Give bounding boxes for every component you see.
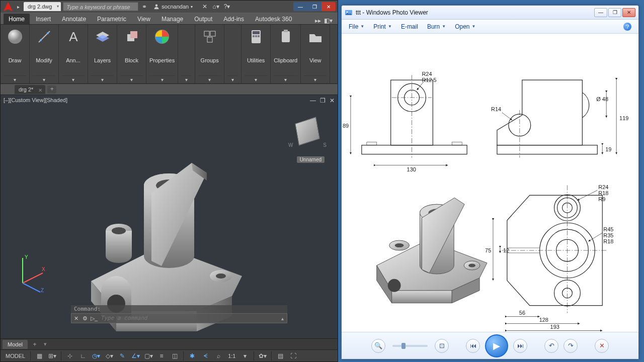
new-doc-tab-button[interactable]: + [47, 85, 56, 94]
wpv-next-button[interactable]: ⏭ [513, 339, 527, 353]
ribbon-tab-annotate[interactable]: Annotate [57, 14, 91, 24]
layout-add-button[interactable]: + [31, 341, 39, 348]
vp-restore-icon[interactable]: ❐ [320, 97, 326, 104]
document-tab[interactable]: drg 2* ✕ [15, 85, 45, 94]
panel-view[interactable]: View ▾ [301, 25, 330, 83]
ribbon-tab-insert[interactable]: Insert [31, 14, 56, 24]
wpv-menu-email[interactable]: E-mail [401, 23, 418, 30]
wpv-rotate-cw-button[interactable]: ↷ [564, 339, 578, 353]
ribbon-tab-a360[interactable]: Autodesk 360 [250, 14, 297, 24]
svg-rect-7 [130, 31, 137, 38]
navbar-unnamed-badge[interactable]: Unnamed [297, 156, 325, 163]
polar-toggle[interactable]: ◷▾ [91, 351, 102, 361]
wpv-minimize-button[interactable]: — [594, 8, 607, 17]
wpv-menu-burn[interactable]: Burn▼ [427, 23, 446, 30]
maximize-button[interactable]: ❐ [307, 2, 321, 11]
ribbon-tab-parametric[interactable]: Parametric [92, 14, 131, 24]
panel-layers[interactable]: Layers ▾ [88, 25, 117, 83]
viewport-window-controls: — ❐ ✕ [310, 97, 335, 104]
wpv-menubar: File▼ Print▼ E-mail Burn▼ Open▼ ? [342, 20, 638, 34]
lwt-toggle[interactable]: ≡ [156, 351, 167, 361]
help-icon[interactable]: ?▾ [223, 3, 231, 10]
cmd-close-icon[interactable]: ✕ [71, 315, 80, 322]
panel-groups[interactable]: Groups ▾ [195, 25, 224, 83]
ribbon-tab-addins[interactable]: Add-ins [218, 14, 249, 24]
svg-text:R24: R24 [598, 184, 608, 190]
wpv-help-icon[interactable]: ? [623, 23, 631, 31]
signin-menu[interactable]: socnandan ▾ [150, 2, 196, 11]
qat-dropdown-icon[interactable]: ▸ [15, 3, 22, 10]
transparency-toggle[interactable]: ◫ [169, 351, 180, 361]
close-button[interactable]: ✕ [321, 2, 336, 11]
grid-toggle[interactable]: ▦ [34, 351, 45, 361]
panel-utilities[interactable]: Utilities ▾ [242, 25, 271, 83]
viewcube-face[interactable] [295, 117, 320, 145]
vp-minimize-icon[interactable]: — [310, 97, 316, 104]
otrack-toggle[interactable]: ∠▾ [130, 351, 141, 361]
wpv-delete-button[interactable]: ✕ [595, 339, 609, 353]
wpv-zoom-slider[interactable] [392, 345, 428, 347]
ortho-toggle[interactable]: ∟ [77, 351, 89, 361]
2dosnap-toggle[interactable]: ▢▾ [143, 351, 154, 361]
vp-close-icon[interactable]: ✕ [330, 97, 335, 104]
panel-block[interactable]: Block ▾ [117, 25, 146, 83]
iso-toggle[interactable]: ◇▾ [104, 351, 115, 361]
status-model-label[interactable]: MODEL [4, 353, 27, 359]
cmd-config-icon[interactable]: ⚙ [80, 315, 90, 322]
help-search-input[interactable]: Type a keyword or phrase [63, 2, 138, 11]
scale-drop-icon[interactable]: ▾ [239, 351, 251, 361]
wpv-menu-print[interactable]: Print▼ [373, 23, 392, 30]
current-file-tab[interactable]: drg 2.dwg [24, 2, 61, 11]
anno-toggle[interactable]: ⌕ [213, 351, 224, 361]
minimize-button[interactable]: — [293, 2, 307, 11]
gear-icon[interactable]: ✿▾ [257, 351, 268, 361]
cleanscreen-icon[interactable]: ⛶ [288, 351, 299, 361]
wpv-prev-button[interactable]: ⏮ [466, 339, 480, 353]
snap-toggle[interactable]: ⊞▾ [47, 351, 58, 361]
panel-annotation[interactable]: A Ann... ▾ [59, 25, 88, 83]
stayconnected-icon[interactable]: ⌂▾ [212, 3, 220, 10]
customize-icon[interactable]: ▤ [275, 351, 286, 361]
wpv-zoom-out-button[interactable]: 🔍 [371, 339, 385, 353]
panel-properties[interactable]: Properties ▾ [146, 25, 178, 83]
exchange-icon[interactable]: ✕ [201, 3, 209, 10]
ribbon-tab-output[interactable]: Output [189, 14, 217, 24]
svg-text:R45: R45 [603, 226, 613, 232]
osnap-toggle[interactable]: ✎ [117, 351, 128, 361]
ribbon-tab-home[interactable]: Home [4, 14, 30, 24]
wpv-rotate-ccw-button[interactable]: ↶ [544, 339, 558, 353]
ribbon-collapse-icon[interactable]: ◧▾ [324, 17, 333, 24]
infer-toggle[interactable]: ⊹ [64, 351, 75, 361]
command-input[interactable] [99, 314, 278, 323]
cmd-recent-icon[interactable]: ▴ [278, 316, 287, 321]
scale-label[interactable]: 1:1 [226, 353, 237, 359]
wpv-close-button[interactable]: ✕ [622, 8, 635, 17]
sc-toggle[interactable]: ✱ [187, 351, 198, 361]
wpv-slideshow-button[interactable]: ▶ [485, 334, 508, 357]
ribbon-tab-view[interactable]: View [132, 14, 155, 24]
wpv-menu-file[interactable]: File▼ [349, 23, 364, 30]
model-tab[interactable]: Model [3, 340, 28, 349]
panel-draw[interactable]: Draw ▾ [1, 25, 30, 83]
autocad-logo-icon[interactable] [4, 2, 13, 11]
doc-tab-close-icon[interactable]: ✕ [38, 86, 42, 95]
panel-draw-drop[interactable]: ▾ [4, 75, 26, 83]
viewcube-compass[interactable]: W S [288, 142, 327, 152]
qp-toggle[interactable]: ᗕ [200, 351, 211, 361]
panel-hidden-2[interactable]: ▾ [224, 25, 242, 83]
panel-hidden-1[interactable]: ▾ [178, 25, 195, 83]
panel-modify[interactable]: Modify ▾ [30, 25, 59, 83]
wpv-maximize-button[interactable]: ❐ [608, 8, 621, 17]
wpv-actual-size-button[interactable]: ⊡ [435, 339, 449, 353]
panel-clipboard[interactable]: Clipboard ▾ [271, 25, 301, 83]
ribbon-tab-manage[interactable]: Manage [156, 14, 188, 24]
lookup-icon[interactable]: ⚭ [140, 3, 148, 10]
viewcube[interactable]: W S [287, 115, 328, 155]
ribbon-expander-icon[interactable]: ▸▸ [315, 17, 321, 24]
wpv-image-area[interactable]: .ln { stroke:#222; stroke-width:1.2; fil… [342, 34, 638, 332]
viewport-label[interactable]: [–][Custom View][Shaded] [4, 97, 67, 103]
wpv-titlebar[interactable]: ttt - Windows Photo Viewer — ❐ ✕ [342, 6, 638, 20]
wpv-menu-open[interactable]: Open▼ [455, 23, 475, 30]
drawing-viewport[interactable]: [–][Custom View][Shaded] — ❐ ✕ W S Unnam… [1, 95, 338, 338]
svg-point-65 [395, 243, 404, 247]
